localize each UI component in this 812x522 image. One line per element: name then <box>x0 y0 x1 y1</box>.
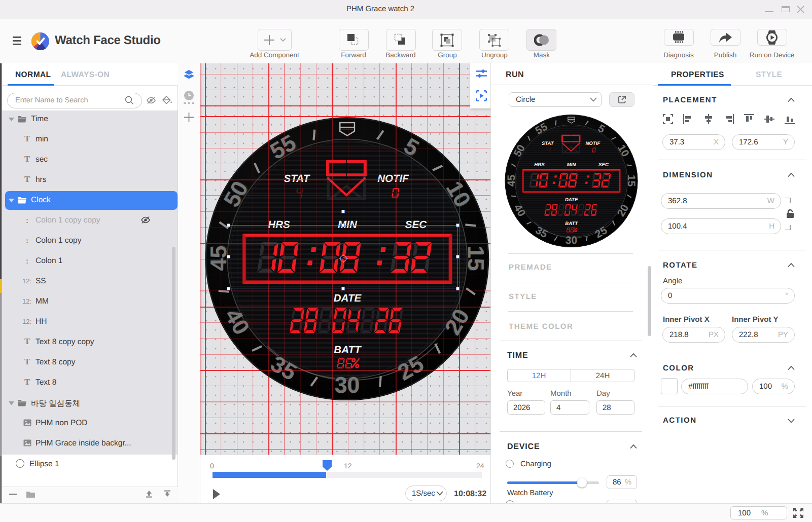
svg-text:DATE: DATE <box>564 197 578 202</box>
svg-text:BATT: BATT <box>565 221 578 227</box>
svg-text:30: 30 <box>565 234 577 246</box>
svg-text:HRS: HRS <box>534 162 544 168</box>
svg-text:45: 45 <box>505 175 517 187</box>
svg-text:NOTIF: NOTIF <box>585 141 600 146</box>
svg-text:STAT: STAT <box>541 141 554 146</box>
svg-text:MIN: MIN <box>567 162 576 168</box>
svg-text:SEC: SEC <box>598 162 609 168</box>
svg-text:15: 15 <box>625 175 638 187</box>
